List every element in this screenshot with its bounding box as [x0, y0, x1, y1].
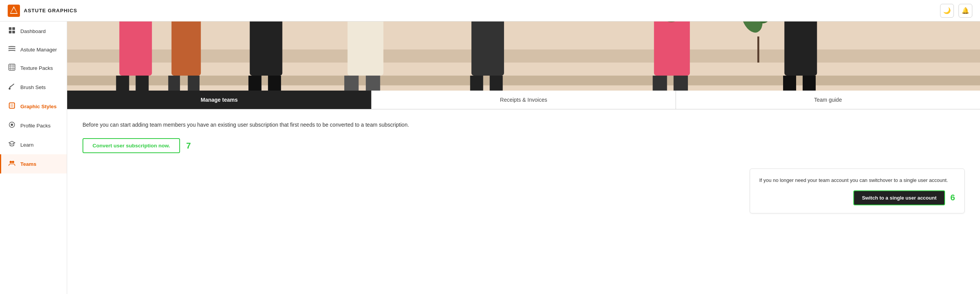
learn-icon — [8, 140, 16, 149]
switch-info-text: If you no longer need your team account … — [759, 177, 955, 184]
top-bar-actions: 🌙 🔔 — [940, 4, 972, 18]
svg-rect-3 — [9, 27, 12, 30]
svg-rect-38 — [471, 21, 504, 76]
svg-rect-24 — [116, 76, 129, 91]
svg-rect-5 — [9, 31, 12, 33]
notification-button[interactable]: 🔔 — [959, 4, 972, 18]
teams-icon — [8, 160, 16, 168]
svg-rect-36 — [344, 76, 359, 91]
page-content: Before you can start adding team members… — [67, 109, 980, 294]
svg-rect-40 — [470, 76, 483, 91]
svg-rect-6 — [12, 31, 15, 33]
svg-rect-34 — [347, 21, 383, 76]
switch-section: If you no longer need your team account … — [750, 168, 965, 213]
svg-rect-26 — [172, 21, 201, 76]
content-area: Manage teams Receipts & Invoices Team gu… — [67, 21, 980, 294]
sidebar-item-brush-sets[interactable]: Brush Sets — [0, 78, 67, 97]
sidebar-label-texture-packs: Texture Packs — [20, 65, 53, 71]
texture-packs-icon — [8, 64, 16, 72]
sidebar-item-profile-packs[interactable]: Profile Packs — [0, 116, 67, 135]
logo-icon — [8, 5, 20, 17]
sidebar-item-teams[interactable]: Teams — [0, 154, 67, 173]
svg-rect-33 — [268, 76, 281, 91]
switch-annotation: 6 — [950, 193, 955, 203]
hero-illustration — [67, 21, 980, 91]
sidebar-item-learn[interactable]: Learn — [0, 135, 67, 154]
svg-rect-45 — [674, 76, 688, 91]
sidebar-item-dashboard[interactable]: Dashboard — [0, 21, 67, 41]
switch-btn-row: Switch to a single user account 6 — [759, 190, 955, 205]
logo-area: ASTUTE GRAPHICS — [8, 5, 77, 17]
tab-manage-teams[interactable]: Manage teams — [67, 91, 372, 109]
tabs-bar: Manage teams Receipts & Invoices Team gu… — [67, 91, 980, 109]
svg-point-17 — [10, 161, 12, 163]
svg-rect-21 — [67, 76, 980, 85]
dark-mode-button[interactable]: 🌙 — [940, 4, 954, 18]
svg-point-16 — [11, 124, 13, 126]
svg-rect-29 — [188, 76, 200, 91]
svg-rect-46 — [784, 21, 817, 76]
svg-rect-25 — [136, 76, 149, 91]
tab-team-guide[interactable]: Team guide — [676, 91, 980, 109]
graphic-styles-icon — [8, 102, 16, 111]
astute-manager-icon — [8, 46, 16, 53]
dark-mode-icon: 🌙 — [943, 7, 951, 14]
app-name: ASTUTE GRAPHICS — [24, 8, 77, 13]
dashboard-icon — [8, 27, 16, 35]
sidebar-label-learn: Learn — [20, 142, 34, 148]
sidebar-label-teams: Teams — [20, 161, 36, 167]
svg-rect-41 — [490, 76, 503, 91]
svg-rect-28 — [168, 76, 180, 91]
sidebar-item-astute-manager[interactable]: Astute Manager — [0, 41, 67, 58]
sidebar: Dashboard Astute Manager Texture Packs B… — [0, 21, 67, 294]
svg-point-18 — [12, 161, 14, 163]
top-bar: ASTUTE GRAPHICS 🌙 🔔 — [0, 0, 980, 21]
sidebar-label-profile-packs: Profile Packs — [20, 123, 51, 129]
svg-rect-48 — [783, 76, 796, 91]
switch-to-single-user-button[interactable]: Switch to a single user account — [853, 190, 945, 205]
convert-annotation: 7 — [186, 141, 191, 151]
svg-rect-20 — [67, 50, 980, 63]
sidebar-label-dashboard: Dashboard — [20, 28, 46, 34]
svg-rect-7 — [9, 64, 15, 70]
svg-rect-32 — [248, 76, 261, 91]
convert-section: Convert user subscription now. 7 — [83, 138, 965, 153]
svg-rect-14 — [10, 104, 13, 107]
info-text: Before you can start adding team members… — [83, 121, 965, 129]
tab-receipts-invoices[interactable]: Receipts & Invoices — [372, 91, 676, 109]
svg-rect-44 — [653, 76, 667, 91]
main-layout: Dashboard Astute Manager Texture Packs B… — [0, 21, 980, 294]
svg-rect-37 — [366, 76, 380, 91]
profile-packs-icon — [8, 121, 16, 130]
brush-sets-icon — [8, 83, 16, 91]
svg-rect-30 — [250, 21, 283, 76]
sidebar-label-brush-sets: Brush Sets — [20, 84, 46, 90]
svg-rect-22 — [119, 21, 152, 76]
notification-icon: 🔔 — [962, 7, 969, 14]
svg-rect-49 — [803, 76, 816, 91]
sidebar-item-texture-packs[interactable]: Texture Packs — [0, 58, 67, 78]
svg-rect-4 — [12, 27, 15, 30]
svg-rect-42 — [654, 21, 690, 76]
svg-point-12 — [9, 88, 11, 90]
sidebar-label-astute-manager: Astute Manager — [20, 47, 57, 53]
convert-subscription-button[interactable]: Convert user subscription now. — [83, 138, 180, 153]
hero-banner — [67, 21, 980, 91]
sidebar-label-graphic-styles: Graphic Styles — [20, 104, 57, 109]
sidebar-item-graphic-styles[interactable]: Graphic Styles — [0, 97, 67, 116]
